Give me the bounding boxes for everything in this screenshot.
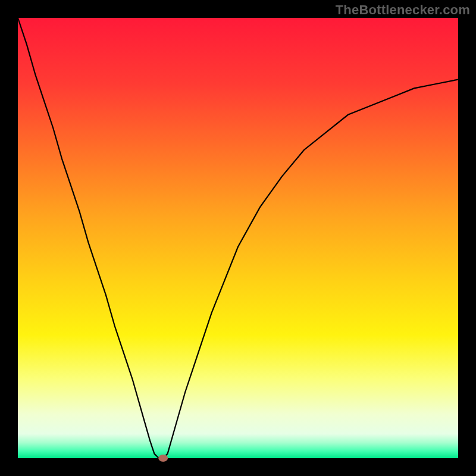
plot-background <box>18 18 458 458</box>
optimum-marker <box>158 455 168 462</box>
chart-container: TheBottlenecker.com <box>0 0 476 476</box>
bottleneck-chart <box>0 0 476 476</box>
attribution-label: TheBottlenecker.com <box>336 2 470 18</box>
